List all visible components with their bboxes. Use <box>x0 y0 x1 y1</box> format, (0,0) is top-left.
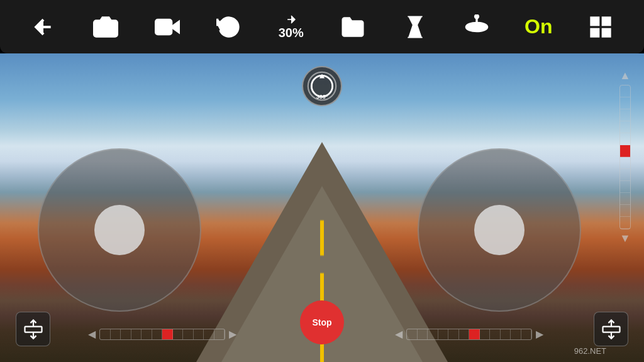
h-slider-left-right-arrow[interactable]: ▶ <box>229 328 236 340</box>
slider-track[interactable] <box>619 85 631 229</box>
slider-up-arrow[interactable]: ▲ <box>619 69 631 82</box>
svg-point-4 <box>466 23 487 31</box>
h-slider-left[interactable]: ◀ ▶ <box>88 328 236 340</box>
watermark-text: 962.NET <box>574 346 606 356</box>
joystick-right[interactable] <box>418 148 581 312</box>
svg-rect-2 <box>156 19 172 34</box>
on-label: On <box>525 15 552 38</box>
h-slider-left-track[interactable] <box>99 329 225 340</box>
h-slider-right-left-arrow[interactable]: ◀ <box>395 328 402 340</box>
percent-display: 30% <box>269 5 313 49</box>
h-slider-right-right-arrow[interactable]: ▶ <box>536 328 543 340</box>
bottom-right-icon[interactable] <box>594 312 628 346</box>
svg-rect-16 <box>602 326 619 332</box>
gyro-button[interactable] <box>455 5 499 49</box>
toolbar: 30% On <box>0 0 644 53</box>
h-slider-left-left-arrow[interactable]: ◀ <box>88 328 96 340</box>
h-slider-right-track[interactable] <box>406 329 532 340</box>
btn-360[interactable]: 360° <box>302 66 342 106</box>
svg-rect-10 <box>602 29 610 36</box>
watermark: 962.NET <box>574 346 606 356</box>
svg-rect-7 <box>591 18 599 25</box>
btn-360-label: 360° <box>316 94 328 100</box>
rotate-button[interactable] <box>207 5 251 49</box>
svg-rect-9 <box>591 29 599 36</box>
bottom-left-icon[interactable] <box>16 312 50 346</box>
joystick-right-knob <box>474 205 525 255</box>
svg-rect-8 <box>602 18 610 25</box>
grid-button[interactable] <box>579 5 623 49</box>
percent-label: 30% <box>279 26 304 40</box>
stop-button[interactable]: Stop <box>300 300 344 344</box>
camera-button[interactable] <box>84 5 128 49</box>
on-toggle[interactable]: On <box>516 5 560 49</box>
video-button[interactable] <box>145 5 189 49</box>
joystick-left-knob <box>94 205 145 255</box>
back-button[interactable] <box>21 5 65 49</box>
folder-button[interactable] <box>331 5 375 49</box>
svg-rect-13 <box>25 326 42 332</box>
slider-down-arrow[interactable]: ▼ <box>619 232 631 245</box>
svg-marker-1 <box>172 21 179 32</box>
joystick-left[interactable] <box>38 148 201 312</box>
h-slider-right[interactable]: ◀ ▶ <box>395 328 543 340</box>
svg-point-0 <box>101 24 109 32</box>
stop-label: Stop <box>312 317 331 327</box>
slider-segments <box>620 85 630 229</box>
hourglass-button[interactable] <box>393 5 437 49</box>
vertical-slider[interactable]: ▲ ▼ <box>616 69 635 245</box>
svg-point-6 <box>475 14 478 18</box>
